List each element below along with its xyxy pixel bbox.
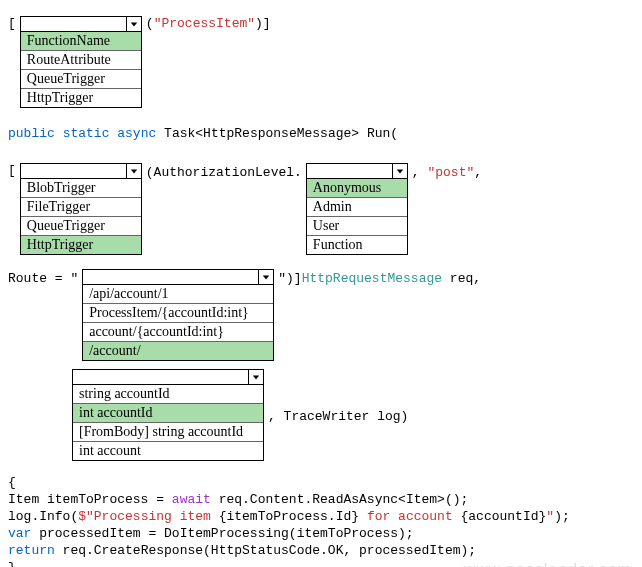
dropdown-option[interactable]: BlobTrigger xyxy=(21,179,141,198)
dropdown-account-id[interactable]: string accountId int accountId [FromBody… xyxy=(72,369,264,461)
chevron-down-icon xyxy=(258,270,273,284)
code-text: Route = " xyxy=(8,271,78,286)
dropdown-option[interactable]: /account/ xyxy=(83,342,273,360)
code-text: (AuthorizationLevel. xyxy=(146,165,302,180)
chevron-down-icon xyxy=(248,370,263,384)
dropdown-option[interactable]: FileTrigger xyxy=(21,198,141,217)
dropdown-option[interactable]: Anonymous xyxy=(307,179,407,198)
dropdown-option[interactable]: Admin xyxy=(307,198,407,217)
dropdown-option[interactable]: ProcessItem/{accountId:int} xyxy=(83,304,273,323)
svg-marker-1 xyxy=(131,169,137,173)
dropdown-option[interactable]: Function xyxy=(307,236,407,254)
svg-marker-4 xyxy=(253,375,259,379)
code-line: var processedItem = DoItemProcessing(ite… xyxy=(8,526,634,541)
code-line: log.Info($"Processing item {itemToProces… xyxy=(8,509,634,524)
dropdown-option[interactable]: int accountId xyxy=(73,404,263,423)
dropdown-option[interactable]: string accountId xyxy=(73,385,263,404)
dropdown-option[interactable]: HttpTrigger xyxy=(21,236,141,254)
code-line: return req.CreateResponse(HttpStatusCode… xyxy=(8,543,634,558)
dropdown-auth-level[interactable]: Anonymous Admin User Function xyxy=(306,163,408,255)
code-line: public static async Task<HttpResponseMes… xyxy=(8,126,634,141)
dropdown-option[interactable]: User xyxy=(307,217,407,236)
code-text: , TraceWriter log) xyxy=(268,409,408,424)
code-line: } xyxy=(8,560,634,567)
dropdown-option[interactable]: QueueTrigger xyxy=(21,217,141,236)
dropdown-option[interactable]: int account xyxy=(73,442,263,460)
code-line: Item itemToProcess = await req.Content.R… xyxy=(8,492,634,507)
bracket-open: [ xyxy=(8,16,16,31)
svg-marker-2 xyxy=(397,169,403,173)
bracket-open: [ xyxy=(8,163,16,178)
code-line: { xyxy=(8,475,634,490)
code-text: ("ProcessItem")] xyxy=(146,16,271,31)
chevron-down-icon xyxy=(392,164,407,178)
chevron-down-icon xyxy=(126,164,141,178)
chevron-down-icon xyxy=(126,17,141,31)
dropdown-option[interactable]: QueueTrigger xyxy=(21,70,141,89)
dropdown-option[interactable]: RouteAttribute xyxy=(21,51,141,70)
svg-marker-3 xyxy=(263,275,269,279)
dropdown-route[interactable]: /api/account/1 ProcessItem/{accountId:in… xyxy=(82,269,274,361)
dropdown-option[interactable]: [FromBody] string accountId xyxy=(73,423,263,442)
dropdown-option[interactable]: HttpTrigger xyxy=(21,89,141,107)
dropdown-function-name[interactable]: FunctionName RouteAttribute QueueTrigger… xyxy=(20,16,142,108)
dropdown-trigger-type[interactable]: BlobTrigger FileTrigger QueueTrigger Htt… xyxy=(20,163,142,255)
dropdown-option[interactable]: FunctionName xyxy=(21,32,141,51)
dropdown-option[interactable]: account/{accountId:int} xyxy=(83,323,273,342)
code-text: , "post", xyxy=(412,165,482,180)
dropdown-option[interactable]: /api/account/1 xyxy=(83,285,273,304)
svg-marker-0 xyxy=(131,22,137,26)
code-text: ")]HttpRequestMessage req, xyxy=(278,271,481,286)
